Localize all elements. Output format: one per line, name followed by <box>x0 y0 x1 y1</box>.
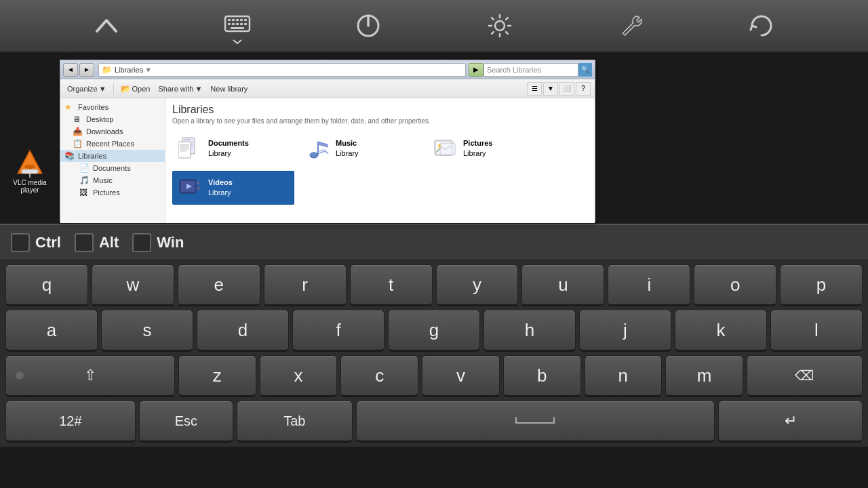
power-button[interactable] <box>353 11 383 41</box>
key-b[interactable]: b <box>503 355 581 397</box>
modifier-row: Ctrl Alt Win <box>0 224 868 260</box>
key-f[interactable]: f <box>292 310 384 352</box>
key-h[interactable]: h <box>484 310 576 352</box>
lib-item-pictures[interactable]: Pictures Library <box>427 131 549 165</box>
chevron-up-button[interactable] <box>92 11 121 41</box>
favorites-icon: ★ <box>64 102 75 112</box>
svg-point-29 <box>310 152 318 158</box>
key-k[interactable]: k <box>675 310 767 352</box>
sidebar-item-desktop[interactable]: 🖥 Desktop <box>60 113 165 125</box>
lib-music-text: Music Library <box>336 138 359 159</box>
key-r[interactable]: r <box>264 264 347 306</box>
organize-button[interactable]: Organize ▼ <box>64 83 109 94</box>
lib-item-documents[interactable]: Documents Library <box>172 131 294 165</box>
tab-key[interactable]: Tab <box>237 401 353 443</box>
svg-rect-3 <box>236 19 239 21</box>
lib-item-music[interactable]: Music Library <box>300 131 422 165</box>
forward-button[interactable]: ► <box>79 63 94 77</box>
ctrl-checkbox[interactable] <box>11 233 30 252</box>
svg-rect-7 <box>232 23 235 25</box>
svg-rect-2 <box>232 19 235 21</box>
shift-key[interactable]: ⇧ <box>5 355 175 397</box>
wrench-button[interactable] <box>616 11 646 41</box>
sidebar-item-favorites[interactable]: ★ Favorites <box>60 101 165 113</box>
search-button[interactable]: 🔍 <box>578 63 592 77</box>
space-key[interactable] <box>356 401 715 443</box>
key-m[interactable]: m <box>665 355 743 397</box>
share-with-button[interactable]: Share with ▼ <box>155 83 205 94</box>
key-d[interactable]: d <box>197 310 289 352</box>
backspace-key[interactable]: ⌫ <box>747 355 863 397</box>
win-checkbox[interactable] <box>132 233 151 252</box>
enter-key[interactable]: ↵ <box>718 401 863 443</box>
libraries-grid: Documents Library <box>172 131 588 205</box>
svg-rect-1 <box>228 19 231 21</box>
svg-rect-8 <box>236 23 239 25</box>
top-toolbar <box>0 0 868 53</box>
win-modifier[interactable]: Win <box>132 233 184 252</box>
breadcrumb[interactable]: 📁 Libraries ▼ <box>98 63 466 77</box>
ctrl-modifier[interactable]: Ctrl <box>11 233 61 252</box>
back-button[interactable]: ◄ <box>63 63 78 77</box>
navigate-button[interactable]: ▶ <box>469 63 484 77</box>
sidebar-item-libraries[interactable]: 📚 Libraries <box>60 150 165 162</box>
key-z[interactable]: z <box>178 355 256 397</box>
key-a[interactable]: a <box>5 310 98 352</box>
key-w[interactable]: w <box>92 264 174 306</box>
lib-documents-text: Documents Library <box>208 138 249 159</box>
numbers-key[interactable]: 12# <box>5 401 136 443</box>
key-g[interactable]: g <box>388 310 480 352</box>
sidebar-item-documents[interactable]: 📄 Documents <box>60 162 165 174</box>
separator <box>113 83 114 94</box>
settings-button[interactable] <box>485 11 515 41</box>
view-pane-button[interactable]: ⬜ <box>559 82 574 96</box>
view-details-button[interactable]: ☰ <box>527 82 542 96</box>
key-l[interactable]: l <box>770 310 863 352</box>
svg-rect-28 <box>180 150 186 152</box>
keyboard-row-3: ⇧ z x c v b n m ⌫ <box>5 355 863 397</box>
desktop-area: VLC media player ◄ ► 📁 Libraries ▼ ▶ Sea… <box>0 53 868 224</box>
key-q[interactable]: q <box>5 264 88 306</box>
sidebar-item-recent-places[interactable]: 📋 Recent Places <box>60 138 165 150</box>
content-area: Libraries Open a library to see your fil… <box>165 98 595 223</box>
refresh-button[interactable] <box>747 11 776 41</box>
svg-rect-4 <box>240 19 243 21</box>
key-o[interactable]: o <box>694 264 776 306</box>
new-library-button[interactable]: New library <box>208 83 250 94</box>
explorer-window: ◄ ► 📁 Libraries ▼ ▶ Search Libraries 🔍 O… <box>60 60 595 222</box>
key-y[interactable]: y <box>436 264 519 306</box>
svg-rect-34 <box>440 143 455 155</box>
open-button[interactable]: 📂 Open <box>118 83 153 95</box>
lib-pictures-text: Pictures Library <box>463 138 492 159</box>
keyboard-area: q w e r t y u i o p a s d f g h j k l ⇧ … <box>0 260 868 447</box>
music-icon: 🎵 <box>79 176 90 185</box>
key-i[interactable]: i <box>608 264 690 306</box>
vlc-label: VLC media player <box>9 179 50 194</box>
view-icons: ☰ ▼ ⬜ ? <box>526 82 591 96</box>
key-v[interactable]: v <box>422 355 500 397</box>
key-c[interactable]: c <box>340 355 418 397</box>
lib-item-videos[interactable]: Videos Library <box>172 171 294 205</box>
key-p[interactable]: p <box>780 264 863 306</box>
help-button[interactable]: ? <box>576 82 591 96</box>
alt-modifier[interactable]: Alt <box>75 233 119 252</box>
key-t[interactable]: t <box>350 264 433 306</box>
alt-checkbox[interactable] <box>75 233 94 252</box>
esc-key[interactable]: Esc <box>139 401 233 443</box>
key-e[interactable]: e <box>178 264 260 306</box>
sidebar-item-music[interactable]: 🎵 Music <box>60 174 165 186</box>
keyboard-button[interactable] <box>222 8 252 44</box>
sidebar-item-pictures[interactable]: 🖼 Pictures <box>60 186 165 199</box>
key-s[interactable]: s <box>101 310 193 352</box>
explorer-content: ★ Favorites 🖥 Desktop 📥 Downloads 📋 Rece… <box>60 98 595 223</box>
view-dropdown-button[interactable]: ▼ <box>543 82 558 96</box>
key-j[interactable]: j <box>579 310 671 352</box>
pictures-icon: 🖼 <box>79 188 90 197</box>
search-bar[interactable]: Search Libraries <box>484 63 578 77</box>
key-n[interactable]: n <box>585 355 663 397</box>
svg-rect-9 <box>240 23 243 25</box>
vlc-icon[interactable]: VLC media player <box>9 148 50 194</box>
sidebar-item-downloads[interactable]: 📥 Downloads <box>60 125 165 138</box>
key-x[interactable]: x <box>260 355 338 397</box>
key-u[interactable]: u <box>521 264 604 306</box>
